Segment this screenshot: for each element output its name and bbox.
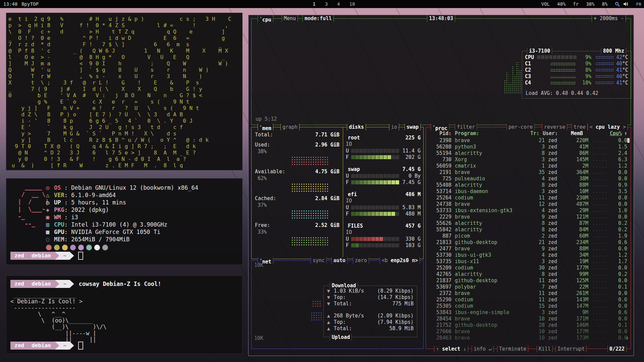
prompt-host: debian [32, 342, 51, 350]
net-auto-toggle[interactable]: auto [331, 257, 347, 264]
process-row[interactable]: 28454brave10zed171M.....0.0 [429, 316, 627, 322]
refresh-interval-control[interactable]: + 2000ms - [592, 15, 626, 22]
process-row[interactable]: 55626alacritty8zed87M.....0.2 [429, 220, 627, 227]
net-scale-bottom: 10K [254, 335, 263, 341]
palette-dot [62, 245, 68, 250]
process-cpu-graph: ..... [588, 176, 612, 182]
terminal-cursor[interactable] [78, 342, 83, 350]
net-sync-toggle[interactable]: sync [311, 257, 327, 264]
process-row[interactable]: 25264codium11zed230M.....0.0 [429, 195, 627, 201]
volume-value[interactable]: 40% [557, 1, 566, 7]
process-row[interactable]: 25290codium11zed143M.....0.0 [429, 297, 627, 303]
process-cpu-graph: ..... [588, 220, 612, 227]
process-row[interactable]: 55194alacritty8zed86M.....2.4 [429, 150, 627, 157]
workspace-4[interactable]: 4 [337, 1, 340, 7]
keyboard-layout[interactable]: fr [573, 1, 579, 7]
proc-tree-toggle[interactable]: tree [572, 124, 588, 130]
core-temp-graph [595, 75, 614, 78]
percent-2: 8% [602, 1, 607, 7]
process-row[interactable]: 56208python33zed41M.....1.5 [429, 144, 627, 150]
select-buttons[interactable]: ↑ select ↓ [434, 346, 468, 352]
process-row[interactable]: 53730ibus-ui-gtk34zed34M.....1.2 [429, 252, 627, 258]
process-row[interactable]: 53714ibus-daemon3zed10M.....3.5 [429, 188, 627, 195]
process-row[interactable]: 55408alacritty8zed88M.....0.9 [429, 182, 627, 188]
terminal-color-palette [46, 245, 108, 250]
net-rows: ▼1.03 KiB/s(8.29 Kibps)▼Top:(14.7 Kibps)… [327, 288, 414, 332]
mem-graph-toggle[interactable]: graph [280, 124, 300, 130]
net-interface-switch[interactable]: <b enp2s0 n> [380, 257, 420, 264]
sort-column-cpu[interactable]: Cpu% [606, 130, 622, 137]
proc-filter-button[interactable]: filter [455, 124, 477, 130]
workspace-1[interactable]: 1 [313, 1, 315, 7]
shell-prompt: zeddebian~ [10, 342, 83, 350]
process-row[interactable]: 730Xorg3zed145M.....6.3 [429, 157, 627, 163]
process-row[interactable]: 42765alacritty8zed99M.....0.2 [429, 271, 627, 278]
disk-meter [351, 237, 401, 241]
process-row[interactable]: 2229brave9zed121M.....0.0 [429, 214, 627, 220]
workspace-3[interactable]: 3 [325, 1, 328, 7]
core-usage-percent: 10% [577, 80, 591, 86]
process-cpu-graph: ..... [588, 233, 612, 239]
upload-label: Upload [330, 334, 352, 341]
direction-arrow-icon: ▼ [327, 301, 334, 307]
process-row[interactable]: 53735ibus-x113zed19M.....1.7 [429, 258, 627, 265]
process-row[interactable]: 2372brave11zed261M.....0.0 [429, 290, 627, 297]
process-row[interactable]: 55842alacritty8zed84M.....0.2 [429, 227, 627, 233]
process-row[interactable]: 53843ibus-engine-simple3zed9M.....0.6 [429, 309, 627, 316]
sort-direction-icon: ↑ [622, 130, 627, 137]
terminate-button[interactable]: Terminate [497, 346, 528, 352]
process-row[interactable]: 28463brave10zed173M.....0.0 [429, 335, 627, 341]
proc-reverse-toggle[interactable]: reverse [542, 124, 567, 130]
process-row[interactable]: 21752github-desktop28zed146M.....0.1 [429, 322, 627, 328]
scroll-down-icon[interactable]: ↓ [626, 335, 629, 341]
process-row[interactable]: 887picom2zed60M.....1.9 [429, 233, 627, 239]
proc-percore-toggle[interactable]: per-core [506, 124, 535, 130]
process-row[interactable]: 25209codium30zed177M.....0.0 [429, 265, 627, 271]
cpu-box-title[interactable]: ¹cpu [258, 15, 273, 22]
fetch-value: i3 [71, 214, 78, 221]
info-button[interactable]: info ↵ [472, 346, 494, 352]
fetch-label: MEM [54, 236, 64, 243]
kernel-icon: △ [46, 191, 54, 199]
menu-button[interactable]: Menu [282, 15, 298, 22]
process-row[interactable]: 53697polybar7zed22M.....0.1 [429, 284, 627, 290]
proc-box-title[interactable]: ⁴proc [431, 124, 449, 130]
proc-sort-selector[interactable]: < cpu lazy > [588, 124, 628, 130]
disk-io-label: IO [346, 141, 421, 147]
disks-panel: root225 GIOU11.4 GF202 Gswap7.45 GU0 ByF… [343, 127, 423, 259]
process-row[interactable]: 25305codium15zed147M.....0.0 [429, 303, 627, 309]
proc-box: ⁴proc filter per-core reverse tree < cpu… [426, 127, 631, 349]
workspace-10[interactable]: 10 [350, 1, 355, 7]
process-row[interactable]: 24738brave12zed487M.....0.0 [429, 201, 627, 207]
process-row[interactable]: 2398brave21zed220M.....0.0 [429, 137, 627, 144]
proc-scrollbar-thumb[interactable] [627, 138, 630, 143]
process-row[interactable]: 56059cmatrix1zed2M.....1.2 [429, 163, 627, 169]
prompt-user: zed [14, 252, 24, 260]
process-row[interactable]: 21813github-desktop21zed234M.....0.6 [429, 239, 627, 246]
terminal-cursor[interactable] [78, 252, 83, 260]
window-manager-icon: ▣ [46, 214, 54, 221]
process-row[interactable]: 27666brave10zed177M.....0.0 [429, 328, 627, 335]
screenshot-tool-icon[interactable] [615, 2, 620, 7]
interrupt-button[interactable]: Interrupt [555, 346, 587, 352]
process-row[interactable]: 725pulseaudio4zed38M.....0.0 [429, 176, 627, 182]
net-zero-toggle[interactable]: zero [353, 257, 369, 264]
net-stat-row: ▼Top:(14.7 Kibps) [327, 294, 414, 301]
terminal-cmatrix: e t i 2 q 9 % # H u j z & p ) c s ; 3 H … [6, 13, 243, 170]
cpu-frequency: 800 Mhz [601, 48, 626, 54]
net-stat-row: ▲268 Byte/s(2.09 Kibps) [327, 313, 414, 319]
process-row[interactable]: 2191brave35zed364M.....0.0 [429, 169, 627, 176]
process-row[interactable]: 2477brave9zed88M.....0.0 [429, 246, 627, 252]
net-stat-row: ▼Total:775 MiB [327, 301, 414, 307]
process-row[interactable]: 53733ibus-extension-gtk34zed29M.....1.0 [429, 207, 627, 214]
fetch-label: UP [54, 199, 64, 206]
cpu-model: i3-7100 [527, 48, 552, 54]
mode-toggle[interactable]: mode:full [303, 15, 334, 22]
speaker-icon[interactable] [623, 2, 629, 6]
mem-box-title[interactable]: ²mem [258, 124, 273, 130]
language-indicator[interactable]: FR [636, 2, 641, 7]
command-text: cowsay Debian-Z Is Cool! [79, 281, 161, 287]
cpu-info-panel: i3-7100 800 Mhz CPU9%42°CC19%40°CC28%41°… [522, 51, 631, 99]
process-row[interactable]: 21837github-desktop11zed125M.....0.0 [429, 278, 627, 284]
kill-button[interactable]: Kill [537, 346, 553, 352]
